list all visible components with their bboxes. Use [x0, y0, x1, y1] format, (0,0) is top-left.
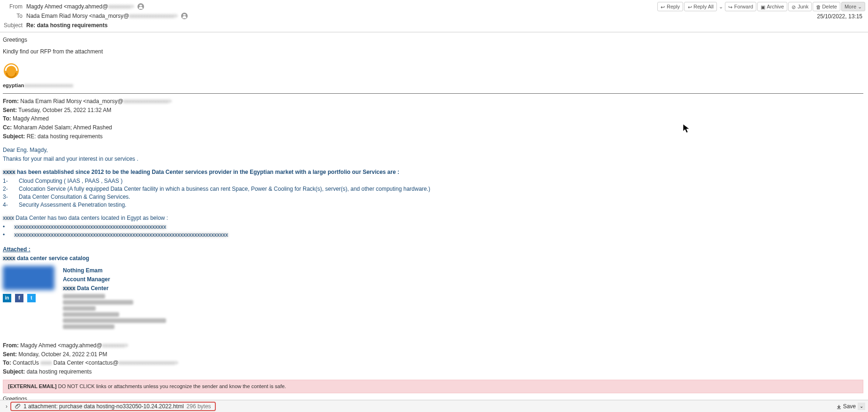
reply-all-dropdown[interactable]: ⌄ — [718, 2, 724, 11]
message-toolbar: ↩Reply ↩Reply All ⌄ ↪Forward ▣Archive ⊘J… — [657, 2, 865, 11]
reply-all-icon: ↩ — [687, 4, 692, 9]
download-icon — [837, 404, 841, 409]
sig-name: Nothing Emam — [63, 267, 166, 275]
forward-icon: ↪ — [728, 4, 733, 9]
from-label: From — [4, 3, 26, 10]
junk-button[interactable]: ⊘Junk — [788, 2, 812, 11]
save-label: Save — [843, 403, 856, 410]
attachment-item[interactable]: 1 attachment: purchase data hosting-no33… — [10, 402, 216, 411]
dc-line: Data Center has two data centers located… — [14, 215, 168, 221]
external-email-warning: [EXTERNAL EMAIL] DO NOT CLICK links or a… — [3, 380, 863, 393]
forward-button[interactable]: ↪Forward — [725, 2, 756, 11]
save-attachment-button[interactable]: Save — [837, 403, 856, 410]
facebook-icon[interactable]: f — [15, 294, 23, 302]
contact-icon[interactable] — [181, 13, 188, 19]
archive-button[interactable]: ▣Archive — [757, 2, 787, 11]
junk-label: Junk — [798, 4, 808, 9]
message-date: 25/10/2022, 13:15 — [817, 13, 862, 20]
archive-icon: ▣ — [761, 4, 765, 9]
message-body: Greetings Kindly find our RFP from the a… — [0, 32, 868, 412]
linkedin-icon[interactable]: in — [3, 294, 11, 302]
reply-icon: ↩ — [661, 4, 665, 9]
to-value: Nada Emam Riad Morsy <nada_morsy@xxxxxxx… — [26, 13, 864, 20]
attachment-size: 296 bytes — [187, 403, 211, 410]
paperclip-icon — [15, 403, 21, 410]
twitter-icon[interactable]: t — [27, 294, 36, 302]
services-list: 1-Cloud Computing ( IAAS , PAAS , SAAS )… — [3, 177, 863, 209]
body-line: Kindly find our RFP from the attachment — [3, 48, 863, 56]
to-label: To — [4, 13, 26, 19]
service-item: 3-Data Center Consultation & Caring Serv… — [3, 193, 863, 201]
greeting-text: Greetings — [3, 36, 863, 44]
dear-line: Dear Eng. Magdy, — [3, 146, 863, 154]
subject-value: Re: data hosting requirements — [26, 22, 864, 29]
signature-block: in f t Nothing Emam Account Manager xxxx… — [3, 266, 863, 330]
delete-icon: 🗑 — [816, 4, 821, 9]
quoted-header-1: From: Nada Emam Riad Morsy <nada_morsy@x… — [3, 97, 863, 141]
reply-label: Reply — [667, 4, 680, 9]
reply-button[interactable]: ↩Reply — [657, 2, 683, 11]
expand-attachments-button[interactable]: › — [3, 403, 10, 410]
attachment-bar: › 1 attachment: purchase data hosting-no… — [0, 400, 868, 412]
attachment-name: 1 attachment: purchase data hosting-no33… — [23, 403, 184, 410]
save-dropdown-button[interactable]: ⌄ — [858, 403, 865, 410]
service-item: 2-Colocation Service (A fully equipped D… — [3, 185, 863, 193]
service-item: 1-Cloud Computing ( IAAS , PAAS , SAAS ) — [3, 177, 863, 185]
sig-prefix: egyptian — [3, 82, 24, 88]
more-label: More — [845, 4, 856, 9]
reply-all-label: Reply All — [693, 4, 714, 9]
attached-label: Attached : — [3, 246, 863, 254]
delete-button[interactable]: 🗑Delete — [813, 2, 840, 11]
forward-label: Forward — [734, 4, 753, 9]
sig-blur: xxxxxxxxxxxxxxxxxxx — [24, 82, 73, 88]
sig-title: Account Manager — [63, 276, 166, 284]
reply-all-button[interactable]: ↩Reply All — [684, 2, 717, 11]
thanks-line: Thanks for your mail and your interest i… — [3, 155, 863, 163]
service-item: 4-Security Assessment & Penetration test… — [3, 201, 863, 209]
eacd-logo-icon — [3, 62, 20, 79]
intro-line: has been established since 2012 to be th… — [15, 169, 399, 175]
sig-company: Data Center — [76, 285, 109, 292]
contact-icon[interactable] — [137, 3, 144, 10]
archive-label: Archive — [767, 4, 784, 9]
subject-label: Subject — [4, 22, 26, 29]
junk-icon: ⊘ — [792, 4, 796, 9]
catalog-line: data center service catalog — [15, 255, 89, 262]
delete-label: Delete — [822, 4, 837, 9]
divider — [3, 93, 863, 94]
more-button[interactable]: More ⌄ — [841, 2, 865, 11]
company-logo-icon — [3, 266, 54, 290]
quoted-header-2: From: Magdy Ahmed <magdy.ahmed@xxxxxxxx>… — [3, 342, 863, 376]
